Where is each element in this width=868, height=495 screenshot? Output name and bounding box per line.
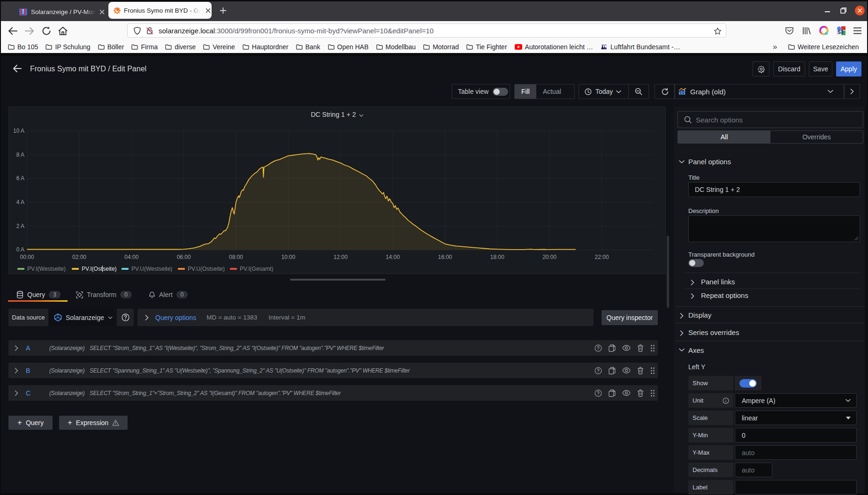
svg-text:04:00: 04:00 — [124, 254, 138, 260]
svg-text:16:00: 16:00 — [438, 254, 452, 260]
svg-text:10 A: 10 A — [13, 128, 24, 134]
svg-text:S3: S3 — [838, 30, 844, 35]
svg-text:0 A: 0 A — [16, 246, 24, 253]
svg-text:10:00: 10:00 — [281, 254, 295, 260]
svg-text:22:00: 22:00 — [595, 254, 609, 260]
svg-text:08:00: 08:00 — [229, 254, 243, 260]
svg-text:8 A: 8 A — [16, 152, 24, 158]
svg-text:14:00: 14:00 — [386, 254, 400, 260]
svg-text:4 A: 4 A — [16, 199, 24, 206]
svg-text:18:00: 18:00 — [490, 254, 504, 260]
svg-text:12:00: 12:00 — [334, 254, 348, 260]
svg-text:6 A: 6 A — [16, 175, 24, 182]
svg-text:2 A: 2 A — [16, 223, 24, 229]
svg-text:06:00: 06:00 — [177, 254, 191, 260]
svg-text:00:00: 00:00 — [20, 254, 34, 260]
svg-text:20:00: 20:00 — [542, 254, 556, 260]
svg-text:02:00: 02:00 — [72, 254, 86, 260]
